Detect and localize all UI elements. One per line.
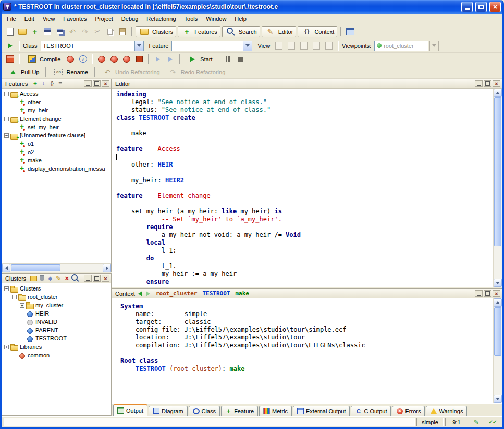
step-over-icon[interactable]	[152, 54, 164, 65]
scroll-left-icon[interactable]	[2, 264, 10, 272]
undo-icon[interactable]	[67, 26, 78, 37]
plus-expander-icon[interactable]: +	[20, 303, 24, 308]
sort-icon[interactable]	[39, 80, 47, 87]
tree-item-o2[interactable]: o2	[2, 148, 111, 156]
stop-icon[interactable]	[235, 54, 246, 65]
minus-expander-icon[interactable]: −	[4, 286, 9, 291]
breadcrumb-TESTROOT[interactable]: TESTROOT	[202, 290, 230, 297]
delete-icon[interactable]	[38, 275, 46, 282]
list-icon[interactable]	[56, 80, 64, 87]
menu-view[interactable]: View	[39, 14, 59, 23]
redo-icon[interactable]	[79, 26, 91, 37]
pull-up-button[interactable]: Pull Up	[4, 67, 42, 78]
toggle-editor-button[interactable]: Editor	[262, 26, 297, 37]
minus-expander-icon[interactable]: −	[4, 92, 9, 96]
cut-icon[interactable]	[92, 26, 103, 37]
history-forward-icon[interactable]	[146, 291, 150, 296]
panel-close-button[interactable]: ×	[102, 80, 109, 87]
features-hscrollbar[interactable]	[2, 263, 111, 272]
paste-icon[interactable]	[117, 26, 128, 37]
panel-close-button[interactable]: ×	[493, 290, 500, 297]
class-combo[interactable]: TESTROOT	[41, 41, 144, 51]
viewpoints-dropdown-button[interactable]	[429, 41, 439, 51]
panel-minimize-button[interactable]	[475, 80, 483, 87]
view-option-icon[interactable]	[286, 40, 297, 52]
minimize-button[interactable]	[461, 2, 473, 12]
scrollbar-thumb[interactable]	[11, 264, 60, 271]
panel-close-button[interactable]: ×	[102, 275, 109, 282]
status-edit-indicator[interactable]: ✎	[470, 418, 483, 426]
new-document-icon[interactable]	[4, 26, 16, 37]
freeze-icon[interactable]	[65, 54, 76, 65]
panel-minimize-button[interactable]	[84, 80, 92, 87]
context-vscrollbar[interactable]	[493, 298, 502, 403]
tab-output[interactable]: Output	[113, 404, 147, 416]
scroll-down-icon[interactable]	[494, 395, 502, 403]
viewpoints-combo[interactable]: root_cluster	[374, 41, 428, 51]
stop-application-icon[interactable]	[133, 54, 145, 65]
titlebar[interactable]: * TESTROOT in cluster root_cluster locat…	[2, 0, 502, 14]
search-small-icon[interactable]	[71, 275, 79, 282]
minus-expander-icon[interactable]: −	[4, 133, 9, 138]
status-compile-indicator[interactable]: ✔✔	[485, 418, 500, 426]
tree-item-other[interactable]: other	[2, 98, 111, 106]
new-folder-icon[interactable]	[29, 275, 38, 282]
undo-refactoring-button[interactable]: Undo Refactoring	[99, 67, 163, 78]
menu-edit[interactable]: Edit	[20, 14, 39, 23]
start-button[interactable]: Start	[183, 54, 215, 65]
diamond-icon[interactable]	[46, 275, 54, 282]
tree-item-invalid[interactable]: INVALID	[2, 318, 111, 326]
tree-item--unnamed-feature-clause-[interactable]: −[Unnamed feature clause]	[2, 131, 111, 140]
edit-icon[interactable]	[54, 275, 63, 282]
tree-item-make[interactable]: make	[2, 156, 111, 165]
maximize-button[interactable]	[475, 2, 487, 12]
feature-combo[interactable]	[171, 41, 252, 51]
scroll-up-icon[interactable]	[494, 298, 502, 307]
compile-button[interactable]: Compile	[23, 54, 64, 65]
minus-expander-icon[interactable]: −	[4, 117, 9, 121]
chevron-down-icon[interactable]	[134, 41, 143, 51]
toggle-context-button[interactable]: Context	[298, 26, 337, 37]
toggle-clusters-button[interactable]: Clusters	[136, 26, 176, 37]
tab-c-output[interactable]: C Output	[351, 406, 391, 416]
tree-item-my-cluster[interactable]: +my_cluster	[2, 301, 111, 309]
new-class-icon[interactable]	[29, 26, 41, 37]
tree-item-set-my-heir[interactable]: set_my_heir	[2, 123, 111, 131]
tree-item-libraries[interactable]: +Libraries	[2, 343, 111, 351]
tab-errors[interactable]: Errors	[392, 406, 425, 416]
tab-feature[interactable]: Feature	[221, 406, 258, 416]
melt-icon[interactable]	[4, 54, 16, 65]
step-into-icon[interactable]	[165, 54, 176, 65]
tree-item-my-heir[interactable]: my_heir	[2, 106, 111, 115]
close-button[interactable]: ×	[489, 2, 501, 12]
view-option-icon[interactable]	[323, 40, 335, 52]
remove-icon[interactable]	[63, 275, 71, 282]
clear-breakpoints-icon[interactable]	[121, 54, 132, 65]
tab-warnings[interactable]: Warnings	[426, 406, 467, 416]
breakpoints-disabled-icon[interactable]	[108, 54, 120, 65]
tree-item-parent[interactable]: PARENT	[2, 326, 111, 334]
scrollbar-thumb[interactable]	[494, 97, 501, 246]
toggle-search-button[interactable]: Search	[222, 26, 260, 37]
editor-code-area[interactable]: indexing legal: "See notice at end of cl…	[112, 89, 493, 287]
scrollbar-thumb[interactable]	[494, 307, 501, 356]
panel-close-button[interactable]: ×	[493, 80, 500, 87]
menu-project[interactable]: Project	[91, 14, 117, 23]
class-tool-icon[interactable]	[4, 40, 16, 52]
scroll-right-icon[interactable]	[103, 264, 111, 272]
view-option-icon[interactable]	[298, 40, 310, 52]
context-output-area[interactable]: System name: simple target: classic conf…	[112, 298, 493, 403]
menu-tools[interactable]: Tools	[180, 14, 202, 23]
breadcrumb-root_cluster[interactable]: root_cluster	[156, 290, 197, 297]
scroll-up-icon[interactable]	[494, 89, 502, 97]
redo-refactoring-button[interactable]: Redo Refactoring	[164, 67, 229, 78]
plus-expander-icon[interactable]: +	[4, 345, 9, 349]
open-icon[interactable]	[17, 26, 28, 37]
toggle-features-button[interactable]: Features	[178, 26, 220, 37]
panel-maximize-button[interactable]	[93, 275, 101, 282]
panel-maximize-button[interactable]	[484, 80, 491, 87]
menu-favorites[interactable]: Favorites	[59, 14, 91, 23]
minus-expander-icon[interactable]: −	[12, 295, 17, 299]
tree-item-testroot[interactable]: TESTROOT	[2, 334, 111, 343]
tree-item-o1[interactable]: o1	[2, 140, 111, 148]
